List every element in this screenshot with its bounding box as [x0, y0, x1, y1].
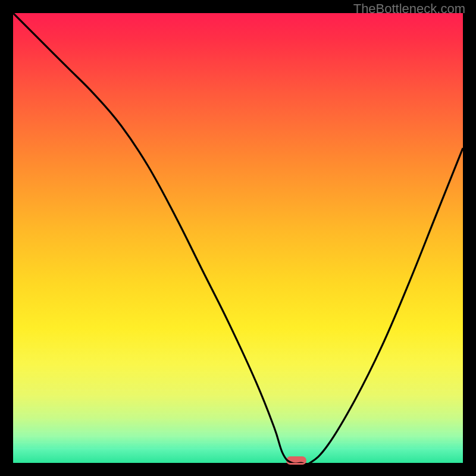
watermark-text: TheBottleneck.com [353, 1, 465, 17]
chart-frame: TheBottleneck.com [0, 0, 476, 476]
curve-path [13, 13, 463, 463]
bottleneck-curve [13, 13, 463, 463]
